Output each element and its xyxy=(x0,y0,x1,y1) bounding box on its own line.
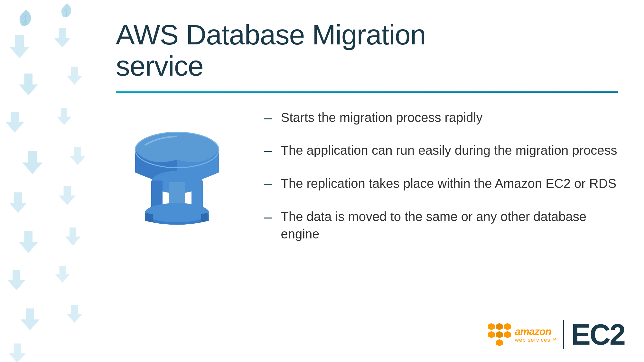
bullet-dash-2: – xyxy=(264,142,272,159)
bullet-dash-1: – xyxy=(264,109,272,126)
background-decoration xyxy=(0,0,109,362)
bullet-dash-4: – xyxy=(264,209,272,226)
list-item: – The application can run easily during … xyxy=(264,142,618,159)
hex-icon xyxy=(496,339,503,346)
hex-icon xyxy=(504,323,511,330)
hex-icon xyxy=(488,331,495,338)
svg-line-3 xyxy=(67,3,67,17)
bullet-text-2: The application can run easily during th… xyxy=(281,142,617,159)
list-item: – The data is moved to the same or any o… xyxy=(264,208,618,243)
page-title: AWS Database Migration service xyxy=(116,19,618,82)
content-section: – Starts the migration process rapidly –… xyxy=(116,109,618,243)
bullet-text-3: The replication takes place within the A… xyxy=(281,175,616,192)
svg-line-4 xyxy=(64,8,67,11)
ec2-text: EC2 xyxy=(571,320,625,349)
hex-icon xyxy=(488,323,495,330)
svg-point-11 xyxy=(145,203,209,222)
hex-icon xyxy=(496,323,503,330)
tm-mark: TM xyxy=(551,337,556,341)
svg-line-1 xyxy=(23,15,26,19)
webservices-text: web services xyxy=(515,337,550,343)
main-content: AWS Database Migration service xyxy=(109,0,644,362)
title-divider xyxy=(116,91,618,93)
logo-area: amazon web services TM EC2 xyxy=(488,320,625,349)
amazon-brand-text: amazon xyxy=(515,326,556,337)
bullet-text-4: The data is moved to the same or any oth… xyxy=(281,208,618,243)
svg-line-2 xyxy=(23,20,26,23)
hex-icon xyxy=(504,331,511,338)
bullet-list: – Starts the migration process rapidly –… xyxy=(264,109,618,243)
logo-divider xyxy=(563,320,564,349)
list-item: – The replication takes place within the… xyxy=(264,175,618,192)
bullet-dash-3: – xyxy=(264,175,272,192)
list-item: – Starts the migration process rapidly xyxy=(264,109,618,126)
bullet-text-1: Starts the migration process rapidly xyxy=(281,109,482,126)
hex-icon xyxy=(496,331,503,338)
database-icon xyxy=(116,115,238,237)
svg-line-0 xyxy=(26,10,26,25)
